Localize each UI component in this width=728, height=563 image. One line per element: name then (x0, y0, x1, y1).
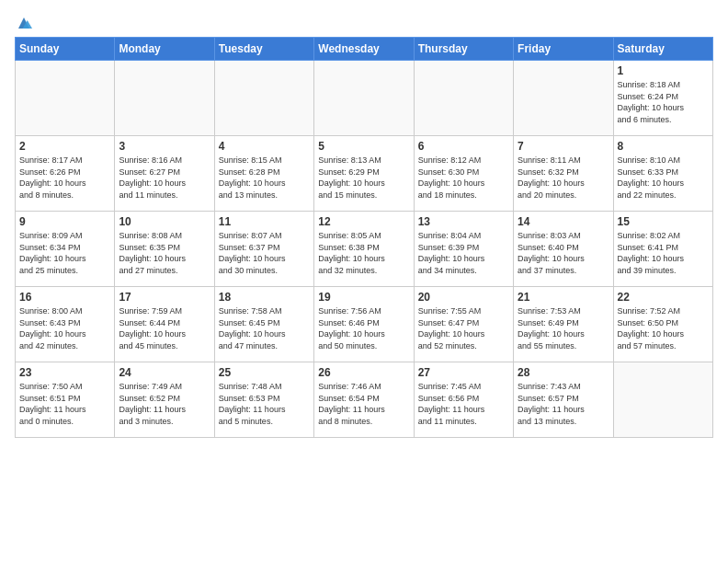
day-info: Sunrise: 7:59 AM Sunset: 6:44 PM Dayligh… (119, 305, 210, 351)
logo-icon (16, 15, 32, 31)
day-number: 5 (318, 140, 409, 153)
day-info: Sunrise: 8:09 AM Sunset: 6:34 PM Dayligh… (19, 230, 110, 276)
day-number: 9 (19, 215, 110, 228)
day-number: 17 (119, 291, 210, 304)
day-number: 28 (518, 366, 609, 379)
day-number: 21 (518, 291, 609, 304)
calendar-cell: 11Sunrise: 8:07 AM Sunset: 6:37 PM Dayli… (214, 212, 313, 287)
day-number: 15 (618, 215, 709, 228)
day-info: Sunrise: 7:52 AM Sunset: 6:50 PM Dayligh… (618, 305, 709, 351)
calendar-cell: 10Sunrise: 8:08 AM Sunset: 6:35 PM Dayli… (115, 212, 214, 287)
calendar-cell: 27Sunrise: 7:45 AM Sunset: 6:56 PM Dayli… (414, 362, 513, 438)
day-number: 20 (418, 291, 509, 304)
calendar-cell: 6Sunrise: 8:12 AM Sunset: 6:30 PM Daylig… (414, 136, 513, 212)
weekday-header: Wednesday (314, 38, 414, 61)
calendar-week-row: 9Sunrise: 8:09 AM Sunset: 6:34 PM Daylig… (16, 212, 713, 287)
day-info: Sunrise: 7:48 AM Sunset: 6:53 PM Dayligh… (219, 381, 310, 427)
calendar-cell: 5Sunrise: 8:13 AM Sunset: 6:29 PM Daylig… (314, 136, 414, 212)
calendar-cell: 17Sunrise: 7:59 AM Sunset: 6:44 PM Dayli… (115, 287, 214, 362)
day-info: Sunrise: 8:16 AM Sunset: 6:27 PM Dayligh… (119, 155, 210, 201)
day-info: Sunrise: 8:07 AM Sunset: 6:37 PM Dayligh… (219, 230, 310, 276)
calendar-cell: 13Sunrise: 8:04 AM Sunset: 6:39 PM Dayli… (414, 212, 513, 287)
day-info: Sunrise: 7:46 AM Sunset: 6:54 PM Dayligh… (318, 381, 409, 427)
day-info: Sunrise: 8:05 AM Sunset: 6:38 PM Dayligh… (318, 230, 409, 276)
weekday-header: Sunday (16, 38, 115, 61)
calendar-header-row: SundayMondayTuesdayWednesdayThursdayFrid… (16, 38, 713, 61)
calendar-cell (314, 61, 414, 136)
day-number: 25 (219, 366, 310, 379)
calendar-cell: 12Sunrise: 8:05 AM Sunset: 6:38 PM Dayli… (314, 212, 414, 287)
calendar-cell (214, 61, 313, 136)
day-number: 2 (19, 140, 110, 153)
day-number: 16 (19, 291, 110, 304)
calendar-cell: 15Sunrise: 8:02 AM Sunset: 6:41 PM Dayli… (613, 212, 712, 287)
day-info: Sunrise: 8:17 AM Sunset: 6:26 PM Dayligh… (19, 155, 110, 201)
calendar-cell (613, 362, 712, 438)
calendar-cell: 26Sunrise: 7:46 AM Sunset: 6:54 PM Dayli… (314, 362, 414, 438)
page: SundayMondayTuesdayWednesdayThursdayFrid… (0, 0, 728, 563)
calendar-cell: 14Sunrise: 8:03 AM Sunset: 6:40 PM Dayli… (514, 212, 613, 287)
day-number: 10 (119, 215, 210, 228)
day-number: 26 (318, 366, 409, 379)
day-number: 24 (119, 366, 210, 379)
calendar-cell: 4Sunrise: 8:15 AM Sunset: 6:28 PM Daylig… (214, 136, 313, 212)
logo (15, 15, 32, 31)
day-info: Sunrise: 7:58 AM Sunset: 6:45 PM Dayligh… (219, 305, 310, 351)
day-number: 4 (219, 140, 310, 153)
day-number: 23 (19, 366, 110, 379)
calendar-table: SundayMondayTuesdayWednesdayThursdayFrid… (15, 37, 713, 438)
calendar-week-row: 16Sunrise: 8:00 AM Sunset: 6:43 PM Dayli… (16, 287, 713, 362)
weekday-header: Monday (115, 38, 214, 61)
day-info: Sunrise: 7:43 AM Sunset: 6:57 PM Dayligh… (518, 381, 609, 427)
day-number: 6 (418, 140, 509, 153)
day-info: Sunrise: 8:02 AM Sunset: 6:41 PM Dayligh… (618, 230, 709, 276)
calendar-cell: 25Sunrise: 7:48 AM Sunset: 6:53 PM Dayli… (214, 362, 313, 438)
day-number: 1 (618, 64, 709, 77)
calendar-cell: 24Sunrise: 7:49 AM Sunset: 6:52 PM Dayli… (115, 362, 214, 438)
day-info: Sunrise: 7:55 AM Sunset: 6:47 PM Dayligh… (418, 305, 509, 351)
day-number: 13 (418, 215, 509, 228)
calendar-cell (514, 61, 613, 136)
calendar-cell (115, 61, 214, 136)
calendar-cell: 3Sunrise: 8:16 AM Sunset: 6:27 PM Daylig… (115, 136, 214, 212)
day-info: Sunrise: 8:08 AM Sunset: 6:35 PM Dayligh… (119, 230, 210, 276)
day-number: 3 (119, 140, 210, 153)
calendar-cell: 16Sunrise: 8:00 AM Sunset: 6:43 PM Dayli… (16, 287, 115, 362)
day-number: 19 (318, 291, 409, 304)
calendar-cell: 22Sunrise: 7:52 AM Sunset: 6:50 PM Dayli… (613, 287, 712, 362)
calendar-cell: 18Sunrise: 7:58 AM Sunset: 6:45 PM Dayli… (214, 287, 313, 362)
day-number: 22 (618, 291, 709, 304)
calendar-cell: 21Sunrise: 7:53 AM Sunset: 6:49 PM Dayli… (514, 287, 613, 362)
calendar-cell: 9Sunrise: 8:09 AM Sunset: 6:34 PM Daylig… (16, 212, 115, 287)
day-number: 8 (618, 140, 709, 153)
calendar-cell: 23Sunrise: 7:50 AM Sunset: 6:51 PM Dayli… (16, 362, 115, 438)
day-number: 18 (219, 291, 310, 304)
day-info: Sunrise: 8:04 AM Sunset: 6:39 PM Dayligh… (418, 230, 509, 276)
calendar-week-row: 1Sunrise: 8:18 AM Sunset: 6:24 PM Daylig… (16, 61, 713, 136)
day-info: Sunrise: 8:15 AM Sunset: 6:28 PM Dayligh… (219, 155, 310, 201)
weekday-header: Tuesday (214, 38, 313, 61)
day-number: 27 (418, 366, 509, 379)
day-info: Sunrise: 7:53 AM Sunset: 6:49 PM Dayligh… (518, 305, 609, 351)
day-number: 14 (518, 215, 609, 228)
weekday-header: Friday (514, 38, 613, 61)
day-number: 12 (318, 215, 409, 228)
day-info: Sunrise: 8:00 AM Sunset: 6:43 PM Dayligh… (19, 305, 110, 351)
calendar-cell: 20Sunrise: 7:55 AM Sunset: 6:47 PM Dayli… (414, 287, 513, 362)
day-info: Sunrise: 8:11 AM Sunset: 6:32 PM Dayligh… (518, 155, 609, 201)
calendar-cell: 19Sunrise: 7:56 AM Sunset: 6:46 PM Dayli… (314, 287, 414, 362)
calendar-cell: 2Sunrise: 8:17 AM Sunset: 6:26 PM Daylig… (16, 136, 115, 212)
calendar-cell: 1Sunrise: 8:18 AM Sunset: 6:24 PM Daylig… (613, 61, 712, 136)
day-info: Sunrise: 7:56 AM Sunset: 6:46 PM Dayligh… (318, 305, 409, 351)
day-info: Sunrise: 8:18 AM Sunset: 6:24 PM Dayligh… (618, 79, 709, 125)
header (15, 11, 713, 31)
calendar-cell: 8Sunrise: 8:10 AM Sunset: 6:33 PM Daylig… (613, 136, 712, 212)
day-number: 7 (518, 140, 609, 153)
weekday-header: Thursday (414, 38, 513, 61)
day-number: 11 (219, 215, 310, 228)
calendar-cell (414, 61, 513, 136)
day-info: Sunrise: 7:45 AM Sunset: 6:56 PM Dayligh… (418, 381, 509, 427)
calendar-cell (16, 61, 115, 136)
calendar-cell: 28Sunrise: 7:43 AM Sunset: 6:57 PM Dayli… (514, 362, 613, 438)
calendar-week-row: 2Sunrise: 8:17 AM Sunset: 6:26 PM Daylig… (16, 136, 713, 212)
